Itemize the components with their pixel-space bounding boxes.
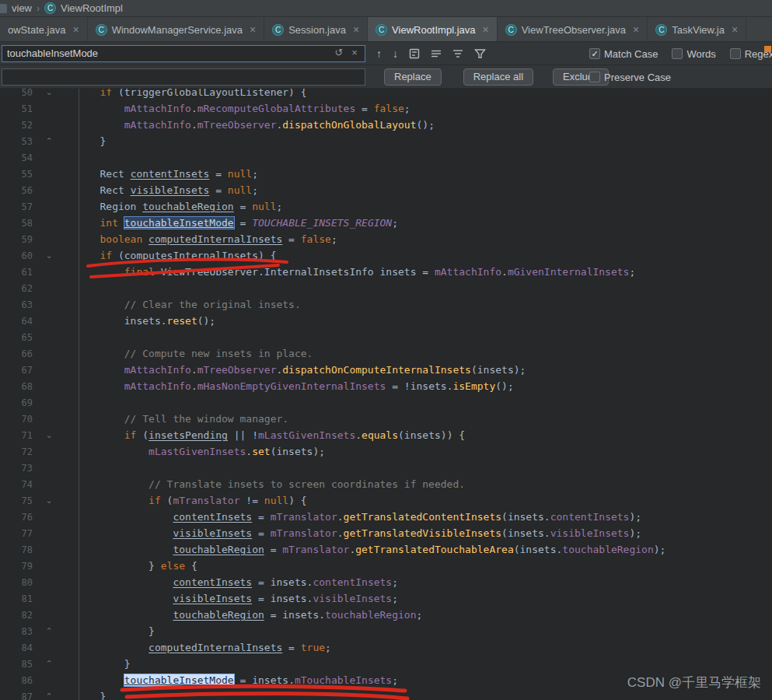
code-line[interactable]: 71⌄ if (insetsPending || !mLastGivenInse… — [0, 427, 772, 443]
code-line[interactable]: 77 visibleInsets = mTranslator.getTransl… — [0, 525, 772, 541]
line-number[interactable]: 82 — [0, 610, 37, 621]
line-number[interactable]: 55 — [0, 169, 37, 180]
close-tab-icon[interactable]: × — [250, 23, 256, 36]
fold-icon[interactable]: ⌄ — [37, 430, 61, 440]
code-line[interactable]: 65 — [0, 329, 772, 345]
code-line[interactable]: 62 — [0, 280, 772, 296]
code-line[interactable]: 68 mAttachInfo.mHasNonEmptyGivenInternal… — [0, 378, 772, 394]
line-number[interactable]: 75 — [0, 495, 37, 506]
code-line[interactable]: 57 Region touchableRegion = null; — [0, 198, 772, 215]
code-line[interactable]: 82 touchableRegion = insets.touchableReg… — [0, 607, 772, 623]
line-number[interactable]: 59 — [0, 234, 37, 245]
code-line[interactable]: 73 — [0, 460, 772, 476]
line-number[interactable]: 58 — [0, 218, 37, 229]
previous-match-icon[interactable]: ↑ — [376, 47, 382, 60]
editor-tab-windowmanagerservice-java[interactable]: CWindowManagerService.java× — [88, 17, 265, 42]
code-line[interactable]: 74 // Translate insets to screen coordin… — [0, 476, 772, 492]
code-line[interactable]: 60⌄ if (computesInternalInsets) { — [0, 247, 772, 264]
code-line[interactable]: 63 // Clear the original insets. — [0, 296, 772, 313]
line-number[interactable]: 84 — [0, 642, 37, 653]
line-number[interactable]: 60 — [0, 250, 37, 261]
code-line[interactable]: 54 — [0, 149, 772, 166]
code-line[interactable]: 84 computedInternalInsets = true; — [0, 639, 772, 656]
code-line[interactable]: 52 mAttachInfo.mTreeObserver.dispatchOnG… — [0, 117, 772, 133]
editor-tab-viewtreeobserver-java[interactable]: CViewTreeObserver.java× — [498, 17, 648, 42]
code-editor[interactable]: 50⌄ if (triggerGlobalLayoutListener) {51… — [0, 89, 772, 700]
line-number[interactable]: 53 — [0, 136, 37, 147]
code-line[interactable]: 53⌃ } — [0, 133, 772, 149]
line-number[interactable]: 50 — [0, 89, 37, 98]
line-number[interactable]: 78 — [0, 544, 37, 555]
option-preserve-case[interactable]: Preserve Case — [589, 72, 671, 83]
line-number[interactable]: 54 — [0, 152, 37, 163]
line-number[interactable]: 83 — [0, 626, 37, 637]
breadcrumb-item-viewrootimpl[interactable]: ViewRootImpl — [61, 2, 123, 14]
code-line[interactable]: 69 — [0, 394, 772, 411]
fold-icon[interactable]: ⌃ — [37, 659, 61, 669]
next-match-icon[interactable]: ↓ — [393, 47, 398, 60]
line-number[interactable]: 80 — [0, 577, 37, 588]
replace-button[interactable]: Replace — [384, 68, 442, 86]
editor-tab-owstate-java[interactable]: owState.java× — [0, 17, 88, 42]
line-number[interactable]: 81 — [0, 593, 37, 604]
line-number[interactable]: 73 — [0, 463, 37, 474]
line-number[interactable]: 69 — [0, 397, 37, 408]
clear-search-icon[interactable]: × — [348, 47, 361, 58]
close-tab-icon[interactable]: × — [483, 23, 489, 36]
close-tab-icon[interactable]: × — [633, 23, 639, 36]
line-number[interactable]: 86 — [0, 675, 37, 686]
code-line[interactable]: 67 mAttachInfo.mTreeObserver.dispatchOnC… — [0, 362, 772, 378]
line-number[interactable]: 51 — [0, 103, 37, 114]
fold-icon[interactable]: ⌃ — [37, 136, 61, 146]
option-words[interactable]: Words — [672, 48, 715, 60]
close-tab-icon[interactable]: × — [353, 23, 359, 36]
line-number[interactable]: 72 — [0, 446, 37, 457]
code-line[interactable]: 55 Rect contentInsets = null; — [0, 166, 772, 182]
code-line[interactable]: 78 touchableRegion = mTranslator.getTran… — [0, 541, 772, 558]
code-line[interactable]: 75⌄ if (mTranslator != null) { — [0, 492, 772, 509]
code-line[interactable]: 76 contentInsets = mTranslator.getTransl… — [0, 509, 772, 525]
fold-icon[interactable]: ⌃ — [37, 626, 61, 636]
fold-icon[interactable]: ⌄ — [37, 89, 61, 97]
line-number[interactable]: 61 — [0, 267, 37, 278]
close-tab-icon[interactable]: × — [732, 23, 738, 36]
editor-tab-taskview-ja[interactable]: CTaskView.ja× — [648, 17, 746, 42]
code-line[interactable]: 50⌄ if (triggerGlobalLayoutListener) { — [0, 89, 772, 100]
line-number[interactable]: 64 — [0, 316, 37, 327]
code-line[interactable]: 72 mLastGivenInsets.set(insets); — [0, 443, 772, 460]
line-number[interactable]: 62 — [0, 283, 37, 294]
line-number[interactable]: 74 — [0, 479, 37, 490]
close-tab-icon[interactable]: × — [72, 23, 79, 36]
breadcrumb-item-view[interactable]: view — [12, 2, 32, 14]
line-number[interactable]: 65 — [0, 332, 37, 343]
code-line[interactable]: 79 } else { — [0, 558, 772, 574]
line-number[interactable]: 57 — [0, 201, 37, 212]
code-line[interactable]: 85⌃ } — [0, 656, 772, 672]
code-line[interactable]: 70 // Tell the window manager. — [0, 411, 772, 427]
checkbox-words[interactable] — [672, 48, 683, 59]
fold-icon[interactable]: ⌄ — [37, 250, 61, 261]
line-number[interactable]: 70 — [0, 414, 37, 425]
fold-icon[interactable]: ⌃ — [37, 691, 61, 700]
search-history-icon[interactable]: ↺ — [333, 47, 345, 58]
highlight-all-icon[interactable] — [431, 48, 442, 59]
checkbox-regex[interactable] — [730, 48, 741, 59]
replace-all-button[interactable]: Replace all — [463, 68, 533, 86]
replace-input[interactable] — [2, 68, 365, 86]
code-line[interactable]: 51 mAttachInfo.mRecomputeGlobalAttribute… — [0, 100, 772, 117]
code-line[interactable]: 59 boolean computedInternalInsets = fals… — [0, 231, 772, 247]
line-number[interactable]: 56 — [0, 185, 37, 196]
code-line[interactable]: 81 visibleInsets = insets.visibleInsets; — [0, 590, 772, 607]
checkbox-preserve-case[interactable] — [589, 72, 600, 82]
line-number[interactable]: 67 — [0, 365, 37, 376]
code-line[interactable]: 64 insets.reset(); — [0, 313, 772, 329]
code-line[interactable]: 56 Rect visibleInsets = null; — [0, 182, 772, 198]
checkbox-match-case[interactable]: ✓ — [589, 48, 600, 59]
line-number[interactable]: 71 — [0, 430, 37, 441]
code-line[interactable]: 61 final ViewTreeObserver.InternalInsets… — [0, 264, 772, 280]
line-number[interactable]: 87 — [0, 691, 37, 700]
editor-tab-viewrootimpl-java[interactable]: CViewRootImpl.java× — [368, 17, 498, 42]
option-match-case[interactable]: ✓Match Case — [589, 48, 658, 60]
stripe-mark[interactable] — [764, 46, 771, 52]
search-filter-funnel-icon[interactable] — [474, 48, 486, 59]
